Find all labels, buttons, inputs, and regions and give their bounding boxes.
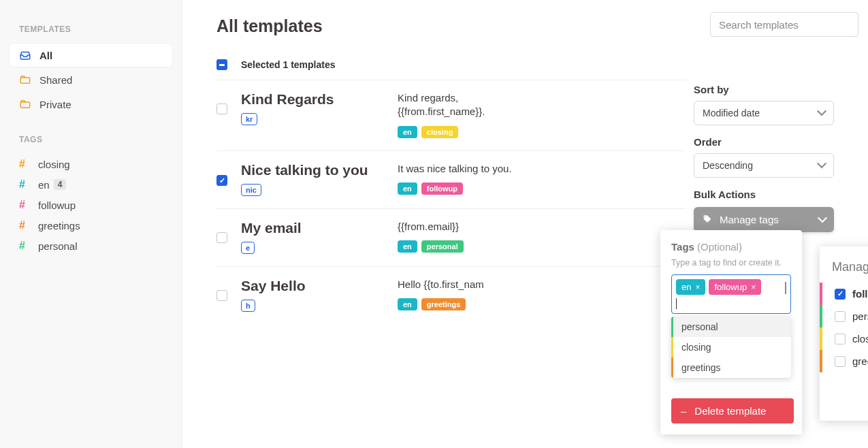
dropdown-item-personal[interactable]: personal	[671, 317, 791, 337]
shortcut-badge: kr	[241, 113, 257, 125]
manage-tag-checkbox[interactable]	[835, 356, 846, 367]
tag-en[interactable]: # en 4	[10, 174, 172, 195]
tags-popover: Tags (Optional) Type a tag to find or cr…	[660, 230, 802, 434]
template-title: My email	[241, 220, 384, 236]
delete-template-button[interactable]: – Delete template	[671, 398, 794, 423]
bulk-actions-label: Bulk Actions	[694, 189, 834, 200]
sidebar-item-label: Private	[39, 99, 71, 110]
shortcut-badge: e	[241, 242, 255, 254]
row-checkbox[interactable]	[216, 175, 227, 186]
shared-folder-icon	[19, 74, 31, 86]
minus-icon: –	[681, 405, 686, 417]
template-body: {{from.email}}	[398, 220, 686, 234]
sort-by-label: Sort by	[694, 84, 834, 95]
tags-popover-title: Tags (Optional)	[671, 241, 791, 253]
shortcut-badge: nic	[241, 184, 261, 196]
tag-chip-en[interactable]: en	[398, 126, 417, 138]
select-all-checkbox[interactable]	[216, 59, 227, 70]
sidebar-item-private[interactable]: Private	[10, 93, 172, 116]
templates-section-label: Templates	[10, 18, 172, 41]
tag-chip-greetings[interactable]: greetings	[421, 298, 466, 310]
sort-by-select[interactable]: Modified date	[694, 101, 834, 125]
remove-tag-icon[interactable]: ×	[695, 283, 700, 292]
tag-closing[interactable]: # closing	[10, 154, 172, 174]
row-checkbox[interactable]	[216, 103, 227, 114]
tag-chip-closing[interactable]: closing	[421, 126, 459, 138]
tag-label: followup	[38, 199, 76, 211]
inbox-icon	[19, 49, 31, 61]
order-label: Order	[694, 136, 834, 148]
template-tags: en greetings	[398, 298, 686, 310]
manage-tags-panel: Manage tags followup personal closing gr…	[820, 246, 868, 421]
hash-icon: #	[19, 240, 30, 252]
manage-tags-list: followup personal closing greetings	[820, 283, 868, 372]
manage-tag-label: greetings	[852, 355, 868, 367]
templates-list: Selected 1 templates Kind Regards kr Kin…	[216, 52, 686, 324]
manage-tag-row-followup[interactable]: followup	[820, 283, 868, 305]
row-checkbox[interactable]	[216, 290, 227, 301]
manage-tag-row-closing[interactable]: closing	[820, 327, 868, 350]
manage-tag-row-personal[interactable]: personal	[820, 305, 868, 327]
chevron-down-icon[interactable]	[785, 282, 786, 294]
search-input[interactable]	[710, 12, 858, 37]
tag-chip-en[interactable]: en	[398, 240, 417, 253]
template-tags: en closing	[398, 126, 686, 138]
hash-icon: #	[19, 199, 30, 211]
svg-rect-1	[20, 102, 30, 108]
row-checkbox[interactable]	[216, 232, 227, 243]
tag-chip-personal[interactable]: personal	[421, 240, 464, 253]
main: All templates Selected 1 templates Kind …	[182, 0, 868, 448]
template-row[interactable]: Kind Regards kr Kind regards, {{from.fir…	[216, 80, 686, 151]
template-row[interactable]: Nice talking to you nic It was nice talk…	[216, 151, 686, 209]
dropdown-item-closing[interactable]: closing	[671, 337, 791, 357]
manage-tag-checkbox[interactable]	[835, 334, 846, 345]
tags-section: Tags # closing # en 4 # followup # greet…	[10, 128, 172, 256]
remove-tag-icon[interactable]: ×	[751, 283, 756, 292]
tag-chip-followup[interactable]: followup	[421, 182, 463, 195]
tags-popover-help: Type a tag to find or create it.	[671, 258, 791, 268]
tags-section-label: Tags	[10, 128, 172, 151]
tag-chip-en[interactable]: en	[398, 298, 417, 310]
tag-pill-en[interactable]: en×	[676, 279, 705, 295]
template-title: Nice talking to you	[241, 162, 384, 178]
manage-tag-checkbox[interactable]	[835, 289, 846, 300]
private-folder-icon	[19, 98, 31, 110]
tag-label: closing	[38, 159, 70, 170]
tag-greetings[interactable]: # greetings	[10, 215, 172, 236]
manage-tag-checkbox[interactable]	[835, 311, 846, 322]
chevron-down-icon	[817, 159, 826, 168]
selected-bar: Selected 1 templates	[216, 52, 686, 80]
template-body: Kind regards, {{from.first_name}}.	[398, 91, 686, 119]
manage-tag-label: personal	[852, 310, 868, 322]
tag-personal[interactable]: # personal	[10, 236, 172, 256]
sidebar-item-all[interactable]: All	[10, 44, 172, 67]
tag-label: personal	[38, 240, 78, 252]
template-body: It was nice talking to you.	[398, 162, 686, 176]
shortcut-badge: h	[241, 300, 255, 312]
tag-pill-followup[interactable]: followup×	[709, 279, 761, 295]
tag-followup[interactable]: # followup	[10, 195, 172, 215]
manage-tag-label: closing	[852, 333, 868, 345]
manage-tag-row-greetings[interactable]: greetings	[820, 350, 868, 372]
manage-panel-title: Manage tags	[820, 260, 868, 274]
tags-input[interactable]: en× followup×	[671, 274, 791, 314]
dropdown-item-greetings[interactable]: greetings	[671, 357, 791, 378]
order-select[interactable]: Descending	[694, 153, 834, 178]
template-row[interactable]: My email e {{from.email}} en personal	[216, 209, 686, 267]
delete-template-label: Delete template	[694, 405, 766, 417]
hash-icon: #	[19, 219, 30, 231]
sidebar-item-shared[interactable]: Shared	[10, 68, 172, 91]
tag-label: en	[38, 179, 50, 191]
template-row[interactable]: Say Hello h Hello {{to.first_nam en gree…	[216, 267, 686, 324]
tag-icon	[702, 214, 713, 225]
tag-count: 4	[54, 179, 67, 190]
chevron-down-icon	[817, 106, 826, 116]
order-value: Descending	[703, 160, 753, 171]
manage-tags-label: Manage tags	[720, 214, 779, 225]
chevron-down-icon	[818, 213, 827, 223]
tag-chip-en[interactable]: en	[398, 182, 417, 195]
tags-dropdown: personal closing greetings	[671, 317, 791, 378]
template-title: Say Hello	[241, 278, 384, 294]
template-tags: en followup	[398, 182, 686, 195]
manage-tags-button[interactable]: Manage tags	[694, 207, 834, 232]
